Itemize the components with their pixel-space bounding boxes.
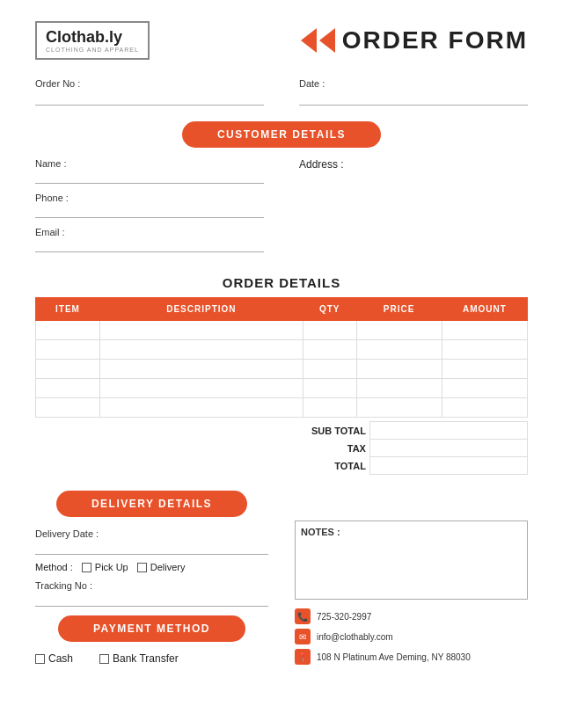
name-input[interactable] [35, 171, 264, 184]
location-icon: 📍 [295, 649, 311, 665]
order-no-input[interactable] [35, 93, 264, 106]
col-price: PRICE [356, 298, 442, 321]
delivery-date-field: Delivery Date : [35, 528, 268, 555]
address-label: Address : [299, 158, 344, 171]
pickup-checkbox-item[interactable]: Pick Up [82, 562, 128, 572]
email-field: Email : [35, 227, 264, 252]
email-contact: ✉ info@clothably.com [295, 629, 528, 644]
logo-tagline: CLOTHING AND APPAREL [46, 47, 139, 53]
delivery-col: DELIVERY DETAILS Delivery Date : Method … [35, 482, 268, 665]
email-label: Email : [35, 227, 264, 237]
delivery-checkbox[interactable] [137, 563, 147, 572]
subtotal-label: SUB TOTAL [35, 422, 369, 440]
order-no-label: Order No : [35, 78, 80, 89]
col-item: ITEM [36, 298, 100, 321]
pickup-label: Pick Up [95, 562, 128, 572]
bank-transfer-label: Bank Transfer [113, 652, 179, 665]
notes-label: NOTES : [301, 527, 340, 537]
table-row [36, 398, 528, 418]
pickup-checkbox[interactable] [82, 563, 91, 572]
col-amount: AMOUNT [442, 298, 527, 321]
notes-box[interactable]: NOTES : [295, 521, 528, 600]
total-value[interactable] [369, 457, 527, 475]
logo: Clothab.ly CLOTHING AND APPAREL [35, 21, 150, 60]
table-row [36, 321, 528, 340]
cash-label: Cash [48, 652, 73, 665]
order-meta-row: Order No : Date : [35, 77, 528, 106]
customer-details-header: CUSTOMER DETAILS [35, 121, 528, 148]
customer-details-button: CUSTOMER DETAILS [182, 121, 381, 148]
table-row [36, 340, 528, 360]
payment-header: PAYMENT METHOD [35, 615, 268, 642]
cash-option[interactable]: Cash [35, 652, 73, 665]
delivery-details-header: DELIVERY DETAILS [35, 491, 268, 517]
tracking-no-field: Tracking No : [35, 579, 268, 607]
customer-left-col: Name : Phone : Email : [35, 158, 264, 261]
payment-section: PAYMENT METHOD Cash Bank Transfer [35, 615, 268, 665]
method-row: Method : Pick Up Delivery [35, 562, 268, 572]
order-table: ITEM DESCRIPTION QTY PRICE AMOUNT [35, 297, 528, 418]
payment-button: PAYMENT METHOD [58, 615, 245, 642]
order-details-title: ORDER DETAILS [35, 275, 528, 290]
page-title-area: ORDER FORM [301, 26, 528, 55]
phone-contact: 📞 725-320-2997 [295, 608, 528, 624]
date-field: Date : [299, 77, 528, 106]
address-field: Address : [299, 158, 528, 261]
totals-table: SUB TOTAL TAX TOTAL [35, 421, 528, 475]
delivery-date-input[interactable] [35, 542, 268, 555]
delivery-details-button: DELIVERY DETAILS [56, 491, 247, 517]
phone-input[interactable] [35, 206, 264, 218]
delivery-checkbox-item[interactable]: Delivery [137, 562, 186, 572]
email-icon: ✉ [295, 629, 311, 644]
tax-label: TAX [35, 440, 369, 457]
table-row [36, 379, 528, 398]
customer-details-grid: Name : Phone : Email : Address : [35, 158, 528, 261]
phone-label: Phone : [35, 193, 264, 203]
logo-name: Clothab.ly [46, 28, 139, 47]
chevron-icons [301, 28, 335, 53]
email-address: info@clothably.com [317, 632, 393, 642]
bank-transfer-checkbox[interactable] [99, 654, 109, 664]
email-input[interactable] [35, 240, 264, 252]
contact-info: 📞 725-320-2997 ✉ info@clothably.com 📍 10… [295, 608, 528, 665]
total-label: TOTAL [35, 457, 369, 475]
table-row [36, 360, 528, 379]
name-field: Name : [35, 158, 264, 184]
location-contact: 📍 108 N Platinum Ave Deming, NY 88030 [295, 649, 528, 665]
chevron-right-icon [319, 28, 335, 53]
page-title: ORDER FORM [342, 26, 528, 55]
delivery-date-label: Delivery Date : [35, 528, 99, 539]
method-label: Method : [35, 562, 73, 572]
delivery-label: Delivery [150, 562, 186, 572]
name-label: Name : [35, 158, 264, 169]
tracking-no-label: Tracking No : [35, 580, 92, 591]
notes-col: NOTES : 📞 725-320-2997 ✉ info@clothably.… [295, 482, 528, 665]
col-description: DESCRIPTION [99, 298, 303, 321]
date-label: Date : [299, 78, 325, 89]
order-no-field: Order No : [35, 77, 264, 106]
phone-number: 725-320-2997 [317, 612, 371, 622]
tracking-no-input[interactable] [35, 594, 268, 607]
payment-options: Cash Bank Transfer [35, 652, 268, 665]
bottom-section: DELIVERY DETAILS Delivery Date : Method … [35, 482, 528, 665]
phone-field: Phone : [35, 193, 264, 218]
col-qty: QTY [303, 298, 356, 321]
address-text: 108 N Platinum Ave Deming, NY 88030 [317, 652, 471, 662]
bank-transfer-option[interactable]: Bank Transfer [99, 652, 179, 665]
subtotal-value[interactable] [369, 422, 527, 440]
chevron-left-icon [301, 28, 317, 53]
tax-value[interactable] [369, 440, 527, 457]
date-input[interactable] [299, 93, 528, 106]
page-header: Clothab.ly CLOTHING AND APPAREL ORDER FO… [35, 21, 528, 60]
phone-icon: 📞 [295, 608, 311, 624]
cash-checkbox[interactable] [35, 654, 45, 664]
